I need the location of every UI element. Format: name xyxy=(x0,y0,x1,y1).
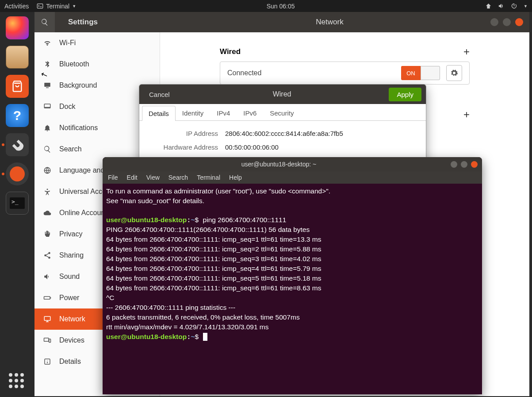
add-connection-button[interactable]: + xyxy=(463,108,470,120)
search-icon xyxy=(43,145,51,153)
sidebar-item-label: Power xyxy=(59,294,79,302)
dialog-header[interactable]: Cancel Wired Apply xyxy=(139,85,426,104)
close-button[interactable] xyxy=(515,18,523,26)
search-icon xyxy=(41,18,49,26)
add-wired-button[interactable]: + xyxy=(463,46,470,58)
apply-button[interactable]: Apply xyxy=(389,88,421,101)
chevron-down-icon: ▼ xyxy=(524,4,528,8)
wrench-gear-icon xyxy=(10,137,25,152)
maximize-button[interactable] xyxy=(503,18,511,26)
sidebar-item-label: Bluetooth xyxy=(59,60,89,68)
bell-icon xyxy=(43,124,51,132)
connection-toggle[interactable]: ON xyxy=(401,66,440,80)
header-label: Settings xyxy=(55,18,169,27)
search-button[interactable] xyxy=(34,12,55,32)
sidebar-item-label: Details xyxy=(59,358,81,366)
cancel-button[interactable]: Cancel xyxy=(144,88,175,101)
svg-rect-13 xyxy=(49,339,51,343)
sidebar-item-bluetooth[interactable]: Bluetooth xyxy=(34,54,160,75)
globe-icon xyxy=(43,166,51,174)
chevron-down-icon: ▼ xyxy=(72,4,76,8)
cloud-icon xyxy=(43,209,51,217)
dialog-title: Wired xyxy=(175,90,389,98)
tab-ipv6[interactable]: IPv6 xyxy=(237,105,263,120)
svg-rect-10 xyxy=(50,297,51,299)
svg-point-8 xyxy=(48,257,50,259)
tab-details[interactable]: Details xyxy=(142,106,176,121)
monitor-icon xyxy=(43,81,51,89)
dock-item-terminal[interactable]: >_ xyxy=(6,192,29,215)
tab-ipv4[interactable]: IPv4 xyxy=(210,105,237,120)
sidebar-item-label: Network xyxy=(59,315,85,323)
svg-point-5 xyxy=(47,189,48,190)
terminal-icon: >_ xyxy=(10,197,25,209)
menu-help[interactable]: Help xyxy=(229,174,242,181)
dock-item-settings[interactable] xyxy=(6,133,29,156)
volume-icon xyxy=(43,273,51,281)
terminal-output[interactable]: To run a command as administrator (user … xyxy=(103,184,482,344)
menu-edit[interactable]: Edit xyxy=(127,174,138,181)
wired-connection-row: Connected ON xyxy=(220,62,470,85)
wifi-icon xyxy=(43,39,51,47)
svg-rect-9 xyxy=(44,297,50,299)
maximize-button[interactable] xyxy=(461,161,467,168)
menu-view[interactable]: View xyxy=(146,174,160,181)
settings-titlebar[interactable]: Settings Network xyxy=(34,12,529,32)
shopping-bag-icon xyxy=(11,80,23,93)
svg-point-7 xyxy=(44,254,46,257)
terminal-menubar: File Edit View Search Terminal Help xyxy=(103,171,482,184)
hardware-address-label: Hardware Address xyxy=(150,143,225,151)
devices-icon xyxy=(43,336,51,344)
wired-section-title: Wired xyxy=(220,47,241,56)
sidebar-item-label: Privacy xyxy=(59,230,82,238)
toggle-knob xyxy=(421,66,440,80)
clock[interactable]: Sun 06:05 xyxy=(76,3,485,10)
dock-item-firefox[interactable] xyxy=(6,16,29,39)
sidebar-item-label: Sharing xyxy=(59,251,84,259)
battery-icon xyxy=(43,294,51,302)
tab-identity[interactable]: Identity xyxy=(176,105,210,120)
status-area[interactable]: ▼ xyxy=(485,3,528,9)
svg-point-6 xyxy=(48,252,50,254)
connection-settings-button[interactable] xyxy=(446,65,462,81)
dock-item-files[interactable] xyxy=(6,46,29,69)
tab-security[interactable]: Security xyxy=(263,105,300,120)
network-icon xyxy=(43,315,51,323)
running-indicator xyxy=(2,173,4,175)
terminal-titlebar[interactable]: user@ubuntu18-desktop: ~ xyxy=(103,157,482,171)
wired-settings-dialog: Cancel Wired Apply Details Identity IPv4… xyxy=(139,84,426,166)
dock-item-updater[interactable] xyxy=(6,162,29,185)
menu-file[interactable]: File xyxy=(108,174,118,181)
share-icon xyxy=(43,251,51,259)
close-button[interactable] xyxy=(471,161,478,168)
sidebar-item-label: Wi-Fi xyxy=(59,39,76,47)
svg-rect-11 xyxy=(44,316,50,320)
text-cursor xyxy=(203,333,207,341)
activities-button[interactable]: Activities xyxy=(4,3,29,10)
minimize-button[interactable] xyxy=(451,161,457,168)
connection-status: Connected xyxy=(227,69,395,77)
dock-item-help[interactable]: ? xyxy=(6,104,29,127)
network-icon xyxy=(485,3,492,9)
dock-item-software[interactable] xyxy=(6,75,29,98)
menu-search[interactable]: Search xyxy=(168,174,188,181)
menu-terminal[interactable]: Terminal xyxy=(197,174,220,181)
app-menu[interactable]: Terminal ▼ xyxy=(37,3,76,10)
sidebar-item-label: Background xyxy=(59,81,97,89)
show-applications-button[interactable] xyxy=(9,373,26,390)
volume-icon xyxy=(498,3,505,9)
running-indicator xyxy=(2,143,4,146)
hardware-address-value: 00:50:00:00:06:00 xyxy=(225,143,279,151)
ip-address-label: IP Address xyxy=(150,130,225,137)
bluetooth-icon xyxy=(43,60,51,68)
svg-rect-12 xyxy=(44,338,49,342)
top-panel: Activities Terminal ▼ Sun 06:05 ▼ xyxy=(0,0,532,12)
terminal-icon xyxy=(37,3,43,9)
toggle-on-label: ON xyxy=(401,66,421,80)
sidebar-item-label: Search xyxy=(59,145,82,153)
sidebar-item-label: Sound xyxy=(59,273,80,281)
minimize-button[interactable] xyxy=(490,18,498,26)
accessibility-icon xyxy=(43,188,51,196)
power-icon xyxy=(511,3,517,9)
sidebar-item-wifi[interactable]: Wi-Fi xyxy=(34,32,160,54)
